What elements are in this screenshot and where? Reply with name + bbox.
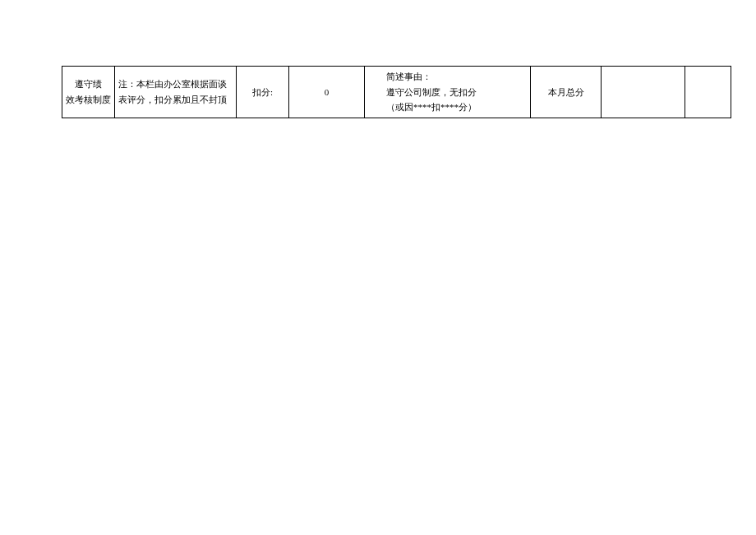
cell-total-value [602,67,685,118]
cell-deduction-label: 扣分: [237,67,289,118]
cell-reason: 简述事由： 遵守公司制度，无扣分 （或因****扣****分） [365,67,531,118]
reason-line2: 遵守公司制度，无扣分 [386,87,477,97]
reason-line1: 简述事由： [386,71,431,81]
category-line2: 效考核制度 [66,95,111,104]
table-row: 遵守绩 效考核制度 注：本栏由办公室根据面谈表评分，扣分累加且不封顶 扣分: 0… [62,67,731,118]
category-line1: 遵守绩 [75,79,102,89]
cell-note: 注：本栏由办公室根据面谈表评分，扣分累加且不封顶 [115,67,237,118]
reason-line3: （或因****扣****分） [386,102,477,112]
cell-total-label: 本月总分 [531,67,602,118]
cell-category: 遵守绩 效考核制度 [62,67,115,118]
document-page: 遵守绩 效考核制度 注：本栏由办公室根据面谈表评分，扣分累加且不封顶 扣分: 0… [0,0,756,535]
cell-deduction-value: 0 [289,67,365,118]
cell-extra [685,67,731,118]
assessment-table: 遵守绩 效考核制度 注：本栏由办公室根据面谈表评分，扣分累加且不封顶 扣分: 0… [62,66,731,118]
